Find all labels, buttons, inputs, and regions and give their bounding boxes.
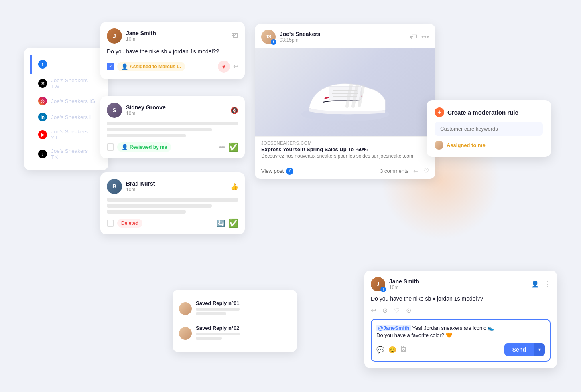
- image-icon: 🖼: [232, 32, 238, 40]
- avatar-brad: B: [107, 179, 122, 194]
- send-dropdown-button[interactable]: ▾: [534, 343, 545, 356]
- reply-question: Do you have the nike sb x jordan 1s mode…: [371, 295, 551, 302]
- tk-icon: ♪: [38, 150, 47, 158]
- comment-time-brad: 10m: [126, 187, 155, 192]
- reply-time: 10m: [389, 285, 419, 290]
- reply-icon[interactable]: ↩: [371, 307, 376, 314]
- sidebar-label-tw: Joe's Sneakers TW: [51, 77, 95, 89]
- saved-reply-name-2: Saved Reply n°02: [196, 325, 240, 331]
- comment-card-sidney: S Sidney Groove 10m 🔇 👤 Reviewed by me •…: [100, 96, 245, 158]
- li-icon: in: [38, 113, 47, 121]
- sidebar-item-ig[interactable]: ◎ Joe's Sneakers IG: [30, 93, 102, 109]
- saved-reply-avatar-1: [179, 302, 192, 315]
- comments-count: 3 comments: [380, 168, 408, 174]
- reply-avatar: J f: [371, 277, 385, 291]
- sidebar-label-fb: Joe's Sneakers FB: [51, 58, 95, 70]
- compose-image-icon[interactable]: 🖼: [400, 346, 407, 354]
- compose-template-icon[interactable]: 💬: [376, 346, 384, 354]
- moderation-keyword-input[interactable]: [435, 122, 543, 136]
- reply-composer-card: J f Jane Smith 10m 👤 ⋮ Do you have the n…: [364, 271, 557, 368]
- done-button-brad[interactable]: ✅: [228, 218, 238, 228]
- hide-icon[interactable]: ⊘: [382, 307, 388, 314]
- assigned-avatar: [435, 141, 443, 150]
- plus-icon: +: [435, 107, 444, 117]
- sidebar-label-yt: Joe's Sneakers YT: [51, 129, 95, 141]
- reply-action-icons: ↩ ⊘ ♡ ⊙: [371, 307, 551, 314]
- more-dots-icon[interactable]: ⋮: [544, 280, 551, 288]
- avatar-jane: J: [107, 28, 122, 44]
- comment-time-sidney: 10m: [126, 111, 166, 116]
- reply-commenter-name: Jane Smith: [389, 278, 419, 285]
- sidebar-card: f Joe's Sneakers FB ✕ Joe's Sneakers TW …: [24, 48, 108, 170]
- send-button-group: Send ▾: [504, 343, 545, 356]
- refresh-button-brad[interactable]: 🔄: [217, 220, 225, 227]
- checkbox-sidney[interactable]: [107, 143, 114, 151]
- comment-card-jane: J Jane Smith 10m 🖼 Do you have the nike …: [100, 22, 245, 79]
- checkbox-brad[interactable]: [107, 220, 114, 227]
- compose-emoji-icon[interactable]: 😊: [388, 346, 396, 354]
- reply-button-jane[interactable]: ↩: [233, 63, 238, 70]
- like-icon-post[interactable]: ♡: [423, 167, 429, 175]
- more-icon[interactable]: •••: [421, 33, 429, 41]
- saved-reply-avatar-2: [179, 327, 192, 340]
- post-avatar: JS f: [261, 30, 276, 44]
- sidebar-item-yt[interactable]: ▶ Joe's Sneakers YT: [30, 125, 102, 144]
- saved-reply-name-1: Saved Reply n°01: [196, 300, 240, 306]
- commenter-name-sidney: Sidney Groove: [126, 104, 166, 111]
- share-icon[interactable]: ↩: [413, 167, 418, 175]
- fb-badge: f: [271, 39, 276, 45]
- checkbox-jane[interactable]: ✓: [107, 63, 114, 70]
- post-header-actions: 🏷 •••: [410, 33, 429, 41]
- send-button[interactable]: Send: [504, 343, 534, 356]
- yt-icon: ▶: [38, 130, 47, 139]
- sidebar-item-fb[interactable]: f Joe's Sneakers FB: [30, 55, 102, 74]
- assigned-tag-jane: 👤 Assigned to Marcus L.: [117, 62, 185, 71]
- sidebar-item-tw[interactable]: ✕ Joe's Sneakers TW: [30, 74, 102, 93]
- saved-reply-item-1[interactable]: Saved Reply n°01: [179, 296, 290, 321]
- view-post-button[interactable]: View post f: [261, 168, 293, 175]
- commenter-name-brad: Brad Kurst: [126, 180, 155, 187]
- post-time: 03:15pm: [280, 37, 320, 43]
- saved-reply-item-2[interactable]: Saved Reply n°02: [179, 321, 290, 346]
- user-icon[interactable]: 👤: [531, 280, 539, 288]
- fb-icon: f: [38, 60, 47, 69]
- moderation-title: + Create a moderation rule: [435, 107, 543, 117]
- sidebar-label-ig: Joe's Sneakers IG: [51, 98, 95, 104]
- compose-icons: 💬 😊 🖼: [376, 346, 407, 354]
- check-icon[interactable]: ⊙: [406, 307, 411, 314]
- comment-card-brad: B Brad Kurst 10m 👍 Deleted 🔄 ✅: [100, 172, 245, 234]
- comment-time-jane: 10m: [126, 36, 156, 42]
- post-image: [255, 48, 435, 136]
- sidebar-item-tk[interactable]: ♪ Joe's Sneakers TK: [30, 144, 102, 164]
- reply-fb-badge: f: [380, 287, 386, 292]
- sidebar-label-li: Joe's Sneakers LI: [51, 114, 94, 120]
- like-icon: 👍: [230, 183, 238, 190]
- moderation-card: + Create a moderation rule Assigned to m…: [427, 100, 551, 157]
- content-lines-brad: [107, 198, 238, 214]
- post-card: JS f Joe's Sneakers 03:15pm 🏷 •••: [255, 24, 435, 179]
- dots-button-sidney[interactable]: •••: [219, 144, 225, 150]
- done-button-sidney[interactable]: ✅: [228, 142, 238, 152]
- reply-compose-box: @JaneSmith Yes! Jordan sneakers are icon…: [371, 319, 551, 362]
- content-lines-sidney: [107, 122, 238, 137]
- reply-header-icons: 👤 ⋮: [531, 280, 551, 288]
- heart-button-jane[interactable]: ♥: [218, 61, 230, 73]
- post-account-name: Joe's Sneakers: [280, 31, 320, 37]
- sneaker-svg: [289, 56, 401, 128]
- view-post-fb-icon: f: [286, 168, 293, 175]
- sound-icon: 🔇: [230, 107, 238, 114]
- post-link-domain: JOESSNEAKERS.COM: [261, 141, 429, 145]
- sidebar-label-tk: Joe's Sneakers TK: [51, 148, 95, 160]
- tw-icon: ✕: [38, 79, 47, 88]
- reviewed-tag-sidney: 👤 Reviewed by me: [117, 142, 171, 152]
- heart-icon[interactable]: ♡: [394, 307, 400, 314]
- reply-compose-text: @JaneSmith Yes! Jordan sneakers are icon…: [376, 325, 545, 339]
- view-post-label: View post: [261, 168, 284, 174]
- moderation-assigned: Assigned to me: [435, 141, 543, 150]
- tag-icon[interactable]: 🏷: [410, 33, 417, 41]
- ig-icon: ◎: [38, 97, 47, 105]
- sidebar-item-li[interactable]: in Joe's Sneakers LI: [30, 109, 102, 125]
- post-link-desc: Découvrez nos nouveaux sneakers pour les…: [261, 153, 429, 159]
- saved-replies-card: Saved Reply n°01 Saved Reply n°02: [173, 290, 297, 352]
- comment-text-jane: Do you have the nike sb x jordan 1s mode…: [107, 48, 238, 56]
